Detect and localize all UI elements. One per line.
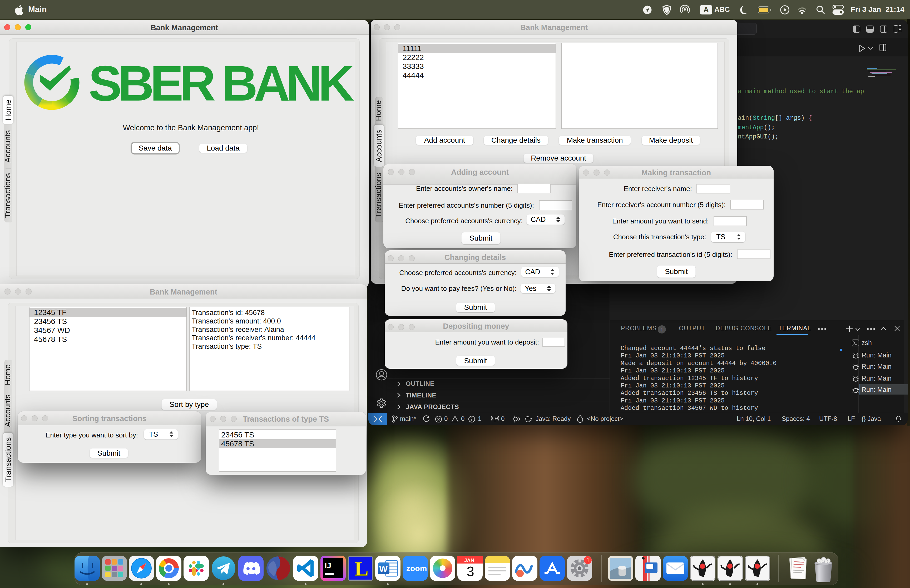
svg-text:IJ: IJ (325, 561, 331, 570)
svg-text:L: L (355, 557, 369, 580)
svg-text:W: W (379, 564, 388, 574)
svg-text:1: 1 (587, 557, 590, 564)
svg-text:3: 3 (467, 564, 474, 579)
svg-text:zoom: zoom (406, 564, 427, 573)
svg-text:JAN: JAN (464, 557, 474, 563)
